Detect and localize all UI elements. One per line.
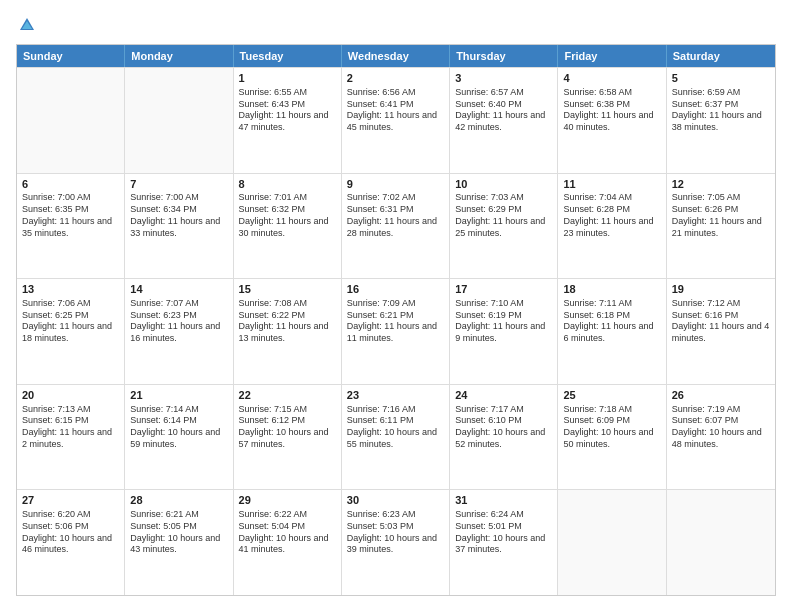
day-number: 14	[130, 282, 227, 297]
cell-info: Sunrise: 7:04 AM Sunset: 6:28 PM Dayligh…	[563, 192, 660, 239]
cell-info: Sunrise: 6:57 AM Sunset: 6:40 PM Dayligh…	[455, 87, 552, 134]
calendar-body: 1Sunrise: 6:55 AM Sunset: 6:43 PM Daylig…	[17, 67, 775, 595]
cell-info: Sunrise: 7:16 AM Sunset: 6:11 PM Dayligh…	[347, 404, 444, 451]
day-number: 5	[672, 71, 770, 86]
weekday-header-friday: Friday	[558, 45, 666, 67]
calendar-row-2: 13Sunrise: 7:06 AM Sunset: 6:25 PM Dayli…	[17, 278, 775, 384]
cell-info: Sunrise: 7:09 AM Sunset: 6:21 PM Dayligh…	[347, 298, 444, 345]
cell-info: Sunrise: 6:56 AM Sunset: 6:41 PM Dayligh…	[347, 87, 444, 134]
day-number: 31	[455, 493, 552, 508]
day-number: 6	[22, 177, 119, 192]
calendar-cell: 20Sunrise: 7:13 AM Sunset: 6:15 PM Dayli…	[17, 385, 125, 490]
cell-info: Sunrise: 7:07 AM Sunset: 6:23 PM Dayligh…	[130, 298, 227, 345]
day-number: 25	[563, 388, 660, 403]
calendar-cell: 17Sunrise: 7:10 AM Sunset: 6:19 PM Dayli…	[450, 279, 558, 384]
day-number: 26	[672, 388, 770, 403]
calendar-cell: 30Sunrise: 6:23 AM Sunset: 5:03 PM Dayli…	[342, 490, 450, 595]
cell-info: Sunrise: 7:13 AM Sunset: 6:15 PM Dayligh…	[22, 404, 119, 451]
day-number: 17	[455, 282, 552, 297]
day-number: 2	[347, 71, 444, 86]
header	[16, 16, 776, 34]
calendar-cell: 29Sunrise: 6:22 AM Sunset: 5:04 PM Dayli…	[234, 490, 342, 595]
cell-info: Sunrise: 7:18 AM Sunset: 6:09 PM Dayligh…	[563, 404, 660, 451]
calendar-cell: 23Sunrise: 7:16 AM Sunset: 6:11 PM Dayli…	[342, 385, 450, 490]
cell-info: Sunrise: 6:22 AM Sunset: 5:04 PM Dayligh…	[239, 509, 336, 556]
weekday-header-sunday: Sunday	[17, 45, 125, 67]
day-number: 21	[130, 388, 227, 403]
day-number: 19	[672, 282, 770, 297]
calendar-row-4: 27Sunrise: 6:20 AM Sunset: 5:06 PM Dayli…	[17, 489, 775, 595]
cell-info: Sunrise: 6:55 AM Sunset: 6:43 PM Dayligh…	[239, 87, 336, 134]
cell-info: Sunrise: 6:59 AM Sunset: 6:37 PM Dayligh…	[672, 87, 770, 134]
calendar-cell: 15Sunrise: 7:08 AM Sunset: 6:22 PM Dayli…	[234, 279, 342, 384]
day-number: 3	[455, 71, 552, 86]
day-number: 20	[22, 388, 119, 403]
calendar-cell: 5Sunrise: 6:59 AM Sunset: 6:37 PM Daylig…	[667, 68, 775, 173]
cell-info: Sunrise: 7:08 AM Sunset: 6:22 PM Dayligh…	[239, 298, 336, 345]
calendar-cell: 8Sunrise: 7:01 AM Sunset: 6:32 PM Daylig…	[234, 174, 342, 279]
cell-info: Sunrise: 7:05 AM Sunset: 6:26 PM Dayligh…	[672, 192, 770, 239]
day-number: 29	[239, 493, 336, 508]
day-number: 23	[347, 388, 444, 403]
cell-info: Sunrise: 7:12 AM Sunset: 6:16 PM Dayligh…	[672, 298, 770, 345]
cell-info: Sunrise: 6:20 AM Sunset: 5:06 PM Dayligh…	[22, 509, 119, 556]
cell-info: Sunrise: 6:23 AM Sunset: 5:03 PM Dayligh…	[347, 509, 444, 556]
calendar-cell: 3Sunrise: 6:57 AM Sunset: 6:40 PM Daylig…	[450, 68, 558, 173]
calendar-cell	[558, 490, 666, 595]
day-number: 9	[347, 177, 444, 192]
cell-info: Sunrise: 7:11 AM Sunset: 6:18 PM Dayligh…	[563, 298, 660, 345]
calendar-cell: 14Sunrise: 7:07 AM Sunset: 6:23 PM Dayli…	[125, 279, 233, 384]
cell-info: Sunrise: 7:00 AM Sunset: 6:35 PM Dayligh…	[22, 192, 119, 239]
calendar-cell: 24Sunrise: 7:17 AM Sunset: 6:10 PM Dayli…	[450, 385, 558, 490]
day-number: 24	[455, 388, 552, 403]
day-number: 30	[347, 493, 444, 508]
day-number: 1	[239, 71, 336, 86]
calendar-cell: 18Sunrise: 7:11 AM Sunset: 6:18 PM Dayli…	[558, 279, 666, 384]
calendar-cell: 10Sunrise: 7:03 AM Sunset: 6:29 PM Dayli…	[450, 174, 558, 279]
calendar-cell: 2Sunrise: 6:56 AM Sunset: 6:41 PM Daylig…	[342, 68, 450, 173]
calendar-cell: 7Sunrise: 7:00 AM Sunset: 6:34 PM Daylig…	[125, 174, 233, 279]
calendar-cell: 11Sunrise: 7:04 AM Sunset: 6:28 PM Dayli…	[558, 174, 666, 279]
logo-icon	[18, 16, 36, 34]
weekday-header-thursday: Thursday	[450, 45, 558, 67]
day-number: 4	[563, 71, 660, 86]
cell-info: Sunrise: 7:14 AM Sunset: 6:14 PM Dayligh…	[130, 404, 227, 451]
calendar: SundayMondayTuesdayWednesdayThursdayFrid…	[16, 44, 776, 596]
calendar-cell: 9Sunrise: 7:02 AM Sunset: 6:31 PM Daylig…	[342, 174, 450, 279]
calendar-cell: 22Sunrise: 7:15 AM Sunset: 6:12 PM Dayli…	[234, 385, 342, 490]
calendar-cell: 21Sunrise: 7:14 AM Sunset: 6:14 PM Dayli…	[125, 385, 233, 490]
day-number: 8	[239, 177, 336, 192]
cell-info: Sunrise: 7:06 AM Sunset: 6:25 PM Dayligh…	[22, 298, 119, 345]
calendar-cell: 27Sunrise: 6:20 AM Sunset: 5:06 PM Dayli…	[17, 490, 125, 595]
cell-info: Sunrise: 7:01 AM Sunset: 6:32 PM Dayligh…	[239, 192, 336, 239]
calendar-cell: 16Sunrise: 7:09 AM Sunset: 6:21 PM Dayli…	[342, 279, 450, 384]
calendar-cell: 28Sunrise: 6:21 AM Sunset: 5:05 PM Dayli…	[125, 490, 233, 595]
cell-info: Sunrise: 6:58 AM Sunset: 6:38 PM Dayligh…	[563, 87, 660, 134]
calendar-cell	[667, 490, 775, 595]
day-number: 11	[563, 177, 660, 192]
calendar-cell: 25Sunrise: 7:18 AM Sunset: 6:09 PM Dayli…	[558, 385, 666, 490]
logo	[16, 16, 36, 34]
weekday-header-tuesday: Tuesday	[234, 45, 342, 67]
weekday-header-wednesday: Wednesday	[342, 45, 450, 67]
cell-info: Sunrise: 7:10 AM Sunset: 6:19 PM Dayligh…	[455, 298, 552, 345]
day-number: 7	[130, 177, 227, 192]
weekday-header-saturday: Saturday	[667, 45, 775, 67]
calendar-row-1: 6Sunrise: 7:00 AM Sunset: 6:35 PM Daylig…	[17, 173, 775, 279]
cell-info: Sunrise: 6:24 AM Sunset: 5:01 PM Dayligh…	[455, 509, 552, 556]
calendar-cell: 4Sunrise: 6:58 AM Sunset: 6:38 PM Daylig…	[558, 68, 666, 173]
weekday-header-monday: Monday	[125, 45, 233, 67]
day-number: 27	[22, 493, 119, 508]
calendar-row-3: 20Sunrise: 7:13 AM Sunset: 6:15 PM Dayli…	[17, 384, 775, 490]
day-number: 12	[672, 177, 770, 192]
calendar-cell	[125, 68, 233, 173]
calendar-cell: 26Sunrise: 7:19 AM Sunset: 6:07 PM Dayli…	[667, 385, 775, 490]
cell-info: Sunrise: 7:15 AM Sunset: 6:12 PM Dayligh…	[239, 404, 336, 451]
day-number: 22	[239, 388, 336, 403]
day-number: 16	[347, 282, 444, 297]
cell-info: Sunrise: 7:19 AM Sunset: 6:07 PM Dayligh…	[672, 404, 770, 451]
calendar-cell: 12Sunrise: 7:05 AM Sunset: 6:26 PM Dayli…	[667, 174, 775, 279]
cell-info: Sunrise: 7:02 AM Sunset: 6:31 PM Dayligh…	[347, 192, 444, 239]
calendar-cell: 1Sunrise: 6:55 AM Sunset: 6:43 PM Daylig…	[234, 68, 342, 173]
cell-info: Sunrise: 7:17 AM Sunset: 6:10 PM Dayligh…	[455, 404, 552, 451]
